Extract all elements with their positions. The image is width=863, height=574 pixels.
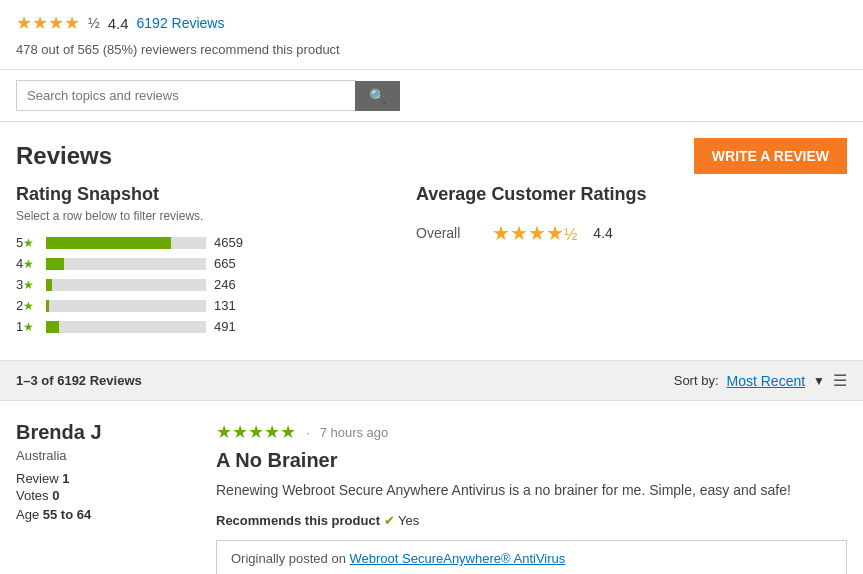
recommend-text: 478 out of 565 (85%) reviewers recommend… xyxy=(16,42,340,57)
star-row-5[interactable]: 5★ 4659 xyxy=(16,235,396,250)
review-item: Brenda J Australia Review 1 Votes 0 Age … xyxy=(0,401,863,574)
check-icon: ✔ xyxy=(384,513,395,528)
sort-by-label: Sort by: xyxy=(674,373,719,388)
avg-overall-label: Overall xyxy=(416,225,476,241)
reviewer-info: Brenda J Australia Review 1 Votes 0 Age … xyxy=(16,421,216,574)
bar-3 xyxy=(46,279,206,291)
avg-overall-value: 4.4 xyxy=(593,225,612,241)
count-2: 131 xyxy=(214,298,254,313)
write-review-button[interactable]: WRITE A REVIEW xyxy=(694,138,847,174)
bar-5 xyxy=(46,237,206,249)
count-4: 665 xyxy=(214,256,254,271)
bar-fill-1 xyxy=(46,321,59,333)
star-label-1: 1★ xyxy=(16,319,38,334)
bar-fill-5 xyxy=(46,237,171,249)
top-rating-bar: ★★★★ ½ 4.4 6192 Reviews 478 out of 565 (… xyxy=(0,0,863,70)
sort-dropdown-icon[interactable]: ▼ xyxy=(813,374,825,388)
review-text: Renewing Webroot Secure Anywhere Antivir… xyxy=(216,480,847,501)
review-title: A No Brainer xyxy=(216,449,847,472)
reviews-count-link[interactable]: 6192 Reviews xyxy=(137,15,225,31)
reviewer-country: Australia xyxy=(16,448,216,463)
rating-snapshot-title: Rating Snapshot xyxy=(16,184,396,205)
bar-2 xyxy=(46,300,206,312)
reviewer-name: Brenda J xyxy=(16,421,216,444)
age-value: 55 to 64 xyxy=(43,507,91,522)
reviewer-age: Age 55 to 64 xyxy=(16,507,216,522)
count-1: 491 xyxy=(214,319,254,334)
review-content: ★★★★★ · 7 hours ago A No Brainer Renewin… xyxy=(216,421,847,574)
avg-ratings-title: Average Customer Ratings xyxy=(416,184,847,205)
star-label-4: 4★ xyxy=(16,256,38,271)
list-view-icon[interactable]: ☰ xyxy=(833,371,847,390)
overall-rating-number: 4.4 xyxy=(108,15,129,32)
recommends-label: Recommends this product xyxy=(216,513,380,528)
review-num-value: 1 xyxy=(62,471,69,486)
star-row-3[interactable]: 3★ 246 xyxy=(16,277,396,292)
bar-fill-2 xyxy=(46,300,49,312)
star-row-2[interactable]: 2★ 131 xyxy=(16,298,396,313)
search-input[interactable] xyxy=(16,80,356,111)
star-row-4[interactable]: 4★ 665 xyxy=(16,256,396,271)
avg-ratings: Average Customer Ratings Overall ★★★★½ 4… xyxy=(416,184,847,340)
originally-posted-link[interactable]: Webroot SecureAnywhere® AntiVirus xyxy=(350,551,566,566)
review-time: 7 hours ago xyxy=(320,425,389,440)
overall-half-star: ½ xyxy=(88,15,100,31)
bar-fill-4 xyxy=(46,258,64,270)
star-label-3: 3★ xyxy=(16,277,38,292)
bar-1 xyxy=(46,321,206,333)
bar-fill-3 xyxy=(46,279,52,291)
reviewer-votes: Votes 0 xyxy=(16,488,216,503)
recommends-line: Recommends this product ✔ Yes xyxy=(216,513,847,528)
reviews-title: Reviews xyxy=(16,142,112,170)
votes-value: 0 xyxy=(52,488,59,503)
count-3: 246 xyxy=(214,277,254,292)
reviews-summary: 1–3 of 6192 Reviews xyxy=(16,373,142,388)
review-stars: ★★★★★ xyxy=(216,421,296,443)
star-label-5: 5★ xyxy=(16,235,38,250)
search-icon: 🔍 xyxy=(369,88,386,104)
overall-stars-display: ★★★★ xyxy=(16,12,80,34)
recommends-value: Yes xyxy=(398,513,419,528)
reviews-list-header: 1–3 of 6192 Reviews Sort by: Most Recent… xyxy=(0,360,863,401)
reviewer-review-num: Review 1 xyxy=(16,471,216,486)
review-top: ★★★★★ · 7 hours ago xyxy=(216,421,847,443)
filter-hint: Select a row below to filter reviews. xyxy=(16,209,396,223)
search-bar: 🔍 xyxy=(0,70,863,122)
search-button[interactable]: 🔍 xyxy=(355,81,400,111)
count-5: 4659 xyxy=(214,235,254,250)
originally-posted-box: Originally posted on Webroot SecureAnywh… xyxy=(216,540,847,574)
bar-4 xyxy=(46,258,206,270)
sort-value[interactable]: Most Recent xyxy=(727,373,806,389)
avg-overall-row: Overall ★★★★½ 4.4 xyxy=(416,221,847,245)
star-row-1[interactable]: 1★ 491 xyxy=(16,319,396,334)
rating-snapshot: Rating Snapshot Select a row below to fi… xyxy=(16,184,396,340)
reviews-header: Reviews WRITE A REVIEW xyxy=(0,122,863,184)
star-label-2: 2★ xyxy=(16,298,38,313)
snapshot-and-ratings: Rating Snapshot Select a row below to fi… xyxy=(0,184,863,360)
avg-overall-stars: ★★★★½ xyxy=(492,221,577,245)
